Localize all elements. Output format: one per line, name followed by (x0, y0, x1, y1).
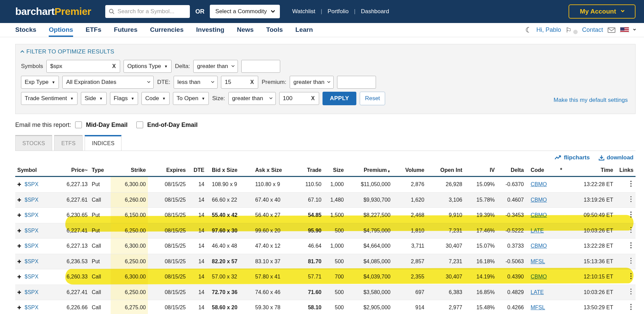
dte-value-input[interactable] (225, 79, 249, 86)
symbol-search-input[interactable] (117, 8, 186, 15)
row-menu-kebab-icon[interactable] (628, 211, 634, 218)
barchart-premier-logo[interactable]: barchartPremier (15, 6, 91, 17)
code-link[interactable]: CBMO (531, 212, 547, 218)
language-us-flag-icon[interactable] (620, 27, 629, 33)
col-bid[interactable]: Bid x Size (206, 164, 250, 177)
col-price[interactable]: Price~ (49, 164, 90, 177)
user-greeting[interactable]: Hi, Pablo (536, 26, 561, 33)
size-value-input[interactable] (283, 95, 310, 102)
col-strike[interactable]: Strike (111, 164, 148, 177)
code-link[interactable]: MFSL (531, 305, 545, 310)
expand-row-button[interactable]: ✚ (17, 305, 21, 310)
col-size[interactable]: Size (324, 164, 346, 177)
expand-row-button[interactable]: ✚ (17, 182, 21, 187)
code-link[interactable]: CBMO (531, 243, 547, 249)
code-link[interactable]: LATE (531, 289, 544, 295)
symbol-link[interactable]: $SPX (25, 243, 39, 249)
col-trade[interactable]: Trade (292, 164, 324, 177)
code-link[interactable]: LATE (531, 228, 544, 233)
col-dte[interactable]: DTE (188, 164, 206, 177)
nav-item-stocks[interactable]: Stocks (15, 23, 36, 37)
make-default-settings-link[interactable]: Make this my default settings (554, 97, 628, 104)
delta-value-input[interactable] (245, 63, 276, 70)
flag-icon[interactable]: ⚐ (565, 26, 572, 34)
clear-dte-icon[interactable]: X (250, 79, 255, 85)
col-star[interactable]: * (553, 164, 569, 177)
symbol-link[interactable]: $SPX (25, 197, 39, 203)
symbol-link[interactable]: $SPX (25, 289, 39, 295)
row-menu-kebab-icon[interactable] (628, 242, 634, 249)
apply-button[interactable]: APPLY (323, 92, 357, 105)
row-menu-kebab-icon[interactable] (628, 288, 634, 295)
code-link[interactable]: CBMO (531, 181, 547, 187)
symbol-link[interactable]: $SPX (25, 305, 39, 310)
tab-indices[interactable]: INDICES (85, 135, 121, 151)
watchlist-link[interactable]: Watchlist (292, 8, 315, 15)
expiration-dates-select[interactable]: All Expiration Dates (62, 76, 154, 89)
select-commodity-dropdown[interactable]: Select a Commodity (210, 5, 280, 18)
expand-row-button[interactable]: ✚ (17, 259, 21, 264)
code-link[interactable]: MFSL (531, 259, 545, 264)
row-menu-kebab-icon[interactable] (628, 272, 634, 280)
expand-row-button[interactable]: ✚ (17, 197, 21, 203)
contact-link[interactable]: Contact (582, 26, 603, 33)
col-time[interactable]: Time (569, 164, 615, 177)
side-dropdown[interactable]: Side▼ (81, 92, 107, 105)
reset-button[interactable]: Reset (360, 92, 385, 105)
my-account-button[interactable]: My Account (569, 4, 636, 19)
delta-operator-select[interactable]: greater than (193, 60, 238, 73)
col-delta[interactable]: Delta (497, 164, 526, 177)
symbol-link[interactable]: $SPX (25, 228, 39, 233)
nav-item-currencies[interactable]: Currencies (150, 23, 183, 37)
symbol-search-box[interactable] (105, 5, 190, 18)
tab-stocks[interactable]: STOCKS (15, 135, 52, 151)
col-openint[interactable]: Open Int (426, 164, 464, 177)
col-code[interactable]: Code (526, 164, 553, 177)
code-link[interactable]: CBMO (531, 197, 547, 203)
expand-row-button[interactable]: ✚ (17, 243, 21, 249)
dte-value-field[interactable]: X (221, 76, 258, 89)
row-menu-kebab-icon[interactable] (628, 180, 634, 187)
nav-item-etfs[interactable]: ETFs (86, 23, 101, 37)
dark-mode-moon-icon[interactable]: ☾ (525, 26, 532, 34)
col-premium[interactable]: Premium▼ (346, 164, 393, 177)
to-open-dropdown[interactable]: To Open▼ (173, 92, 209, 105)
dte-operator-select[interactable]: less than (174, 76, 218, 89)
nav-item-news[interactable]: News (237, 23, 254, 37)
delta-value-field[interactable] (241, 60, 280, 73)
size-value-field[interactable]: X (279, 92, 319, 105)
col-iv[interactable]: IV (464, 164, 497, 177)
tab-etfs[interactable]: ETFS (54, 135, 83, 151)
midday-email-checkbox[interactable] (75, 121, 82, 128)
premium-value-input[interactable] (341, 79, 372, 86)
premium-operator-select[interactable]: greater than (290, 76, 334, 89)
portfolio-link[interactable]: Portfolio (328, 8, 349, 15)
row-menu-kebab-icon[interactable] (628, 226, 634, 234)
symbols-field[interactable]: X (46, 60, 120, 73)
trade-sentiment-dropdown[interactable]: Trade Sentiment▼ (21, 92, 77, 105)
symbols-input[interactable] (50, 63, 111, 70)
premium-value-field[interactable] (337, 76, 376, 89)
col-links[interactable]: Links (615, 164, 636, 177)
expand-row-button[interactable]: ✚ (17, 212, 21, 218)
endofday-email-checkbox[interactable] (136, 121, 143, 128)
col-expires[interactable]: Expires (148, 164, 188, 177)
options-type-dropdown[interactable]: Options Type▼ (124, 60, 172, 73)
expand-row-button[interactable]: ✚ (17, 274, 21, 279)
col-type[interactable]: Type (90, 164, 111, 177)
symbol-link[interactable]: $SPX (25, 259, 39, 264)
clear-size-icon[interactable]: X (310, 95, 315, 102)
code-dropdown[interactable]: Code▼ (141, 92, 170, 105)
expand-row-button[interactable]: ✚ (17, 290, 21, 295)
size-operator-select[interactable]: greater than (228, 92, 276, 105)
symbol-link[interactable]: $SPX (25, 181, 39, 187)
nav-item-tools[interactable]: Tools (266, 23, 283, 37)
filter-panel-header[interactable]: FILTER TO OPTIMIZE RESULTS (21, 48, 630, 55)
dashboard-link[interactable]: Dashboard (361, 8, 389, 15)
col-ask[interactable]: Ask x Size (250, 164, 292, 177)
flipcharts-link[interactable]: flipcharts (555, 154, 590, 161)
row-menu-kebab-icon[interactable] (628, 257, 634, 265)
symbol-link[interactable]: $SPX (25, 212, 39, 218)
col-symbol[interactable]: Symbol (15, 164, 49, 177)
nav-item-options[interactable]: Options (49, 23, 73, 37)
